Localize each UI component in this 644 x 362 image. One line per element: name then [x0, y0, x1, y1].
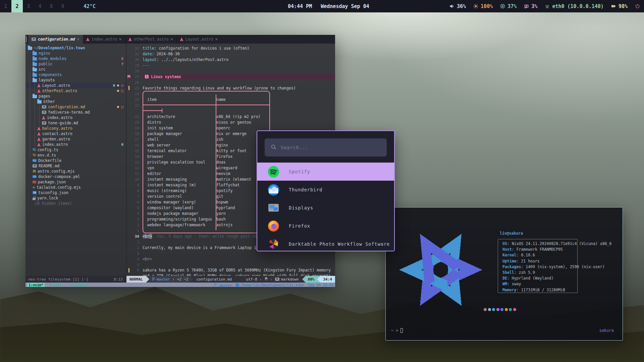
- line-number: 24: [131, 92, 139, 96]
- vim-cursor: >: [150, 234, 152, 239]
- tab-configuration.md[interactable]: Mconfiguration.md×: [28, 35, 83, 44]
- tree-item-yarn.lock[interactable]: yarn.lock: [25, 195, 126, 201]
- line-number: 12: [131, 166, 139, 170]
- launcher-item-Displays[interactable]: Displays: [257, 199, 394, 217]
- tree-item-otherPost.astro[interactable]: otherPost.astro: [25, 88, 126, 94]
- powerline-separator: [190, 276, 193, 283]
- terminal-host-label: sakura: [599, 328, 614, 333]
- chevron-right-icon: ›: [172, 277, 175, 282]
- launcher-item-Darktable Photo Workflow Software[interactable]: Darktable Photo Workflow Software: [257, 235, 394, 251]
- time-value: 04:44 PM: [288, 3, 312, 9]
- markdown-table-row: instant messagingmatrix (element: [143, 176, 270, 182]
- folder-open-icon: [28, 47, 32, 50]
- workspace-4[interactable]: 4: [34, 0, 46, 12]
- tree-item-~/Development/liv.town[interactable]: ~/Development/liv.town: [25, 45, 126, 51]
- fastfetch-field: Kernel: 6.10.6: [502, 252, 611, 258]
- tree-item-configuration.md[interactable]: Mconfiguration.md: [25, 104, 126, 110]
- workspace-1[interactable]: 1: [0, 0, 11, 12]
- astro-icon: [37, 89, 41, 93]
- tree-item-tone-guide.md[interactable]: Mtone-guide.md: [25, 120, 126, 126]
- tmux-window-2:node-[interactable]: 2:node-: [47, 283, 65, 287]
- line-number: 34: [131, 234, 139, 239]
- launcher-item-Thunderbird[interactable]: Thunderbird: [257, 181, 394, 199]
- tree-item-other[interactable]: other: [25, 99, 126, 104]
- tab-otherPost.astro[interactable]: otherPost.astro×: [125, 35, 177, 44]
- tree-item-layouts[interactable]: layouts: [25, 77, 126, 83]
- workspace-9[interactable]: 9: [57, 0, 68, 12]
- md-icon: M: [42, 121, 46, 125]
- js-icon: JS: [33, 170, 36, 173]
- tree-item-index.astro[interactable]: index.astro: [25, 115, 126, 120]
- close-icon[interactable]: ×: [215, 37, 218, 42]
- tree-item-garden.astro[interactable]: garden.astro: [25, 136, 126, 142]
- file-encoding: utf-8: [246, 277, 257, 282]
- tmux-window-3:lazygit[interactable]: 3:lazygit: [68, 283, 90, 287]
- line-number: 28: [131, 69, 139, 73]
- search-box[interactable]: Search...: [265, 138, 387, 157]
- close-icon[interactable]: ×: [119, 37, 121, 42]
- module-network[interactable]: eth0 (10.0.0.140): [545, 3, 604, 9]
- tree-item-public[interactable]: public?: [25, 61, 126, 67]
- tmux-git-segment: master: [214, 283, 232, 287]
- launcher-item-Firefox[interactable]: Firefox: [257, 217, 394, 235]
- tree-item-README.md[interactable]: MREADME.md: [25, 163, 126, 169]
- tree-item-config.ts[interactable]: TSconfig.ts: [25, 147, 126, 153]
- tree-item-tailwind.config.mjs[interactable]: ≈tailwind.config.mjs: [25, 185, 126, 190]
- module-gpu[interactable]: 3%: [524, 3, 537, 9]
- tree-item-contact.astro[interactable]: contact.astro: [25, 131, 126, 136]
- tree-item-Dockerfile[interactable]: Dockerfile: [25, 158, 126, 163]
- line-number: 10: [131, 177, 139, 182]
- tree-item-components[interactable]: components: [25, 72, 126, 77]
- shell-prompt[interactable]: ~ >: [391, 328, 403, 333]
- fastfetch-field: OS: NixOS 24.11.20240828.71e91c4 (Vicuna…: [502, 241, 611, 247]
- close-icon[interactable]: ×: [171, 37, 173, 42]
- tree-item-package.json[interactable]: package.json: [25, 179, 126, 185]
- volume-icon: [449, 4, 454, 9]
- module-power[interactable]: [635, 4, 640, 9]
- tmux-statusbar: 1:nvim*2:node-3:lazygit master /home/liv…: [25, 283, 335, 287]
- astro-icon: [37, 132, 41, 136]
- git-branch-name: master: [157, 277, 170, 282]
- workspace-3[interactable]: 3: [23, 0, 34, 12]
- line-number: 13: [131, 160, 139, 165]
- editor-line: 22: [126, 102, 335, 108]
- tree-item-Layout.astro[interactable]: Layout.astroH: [25, 83, 126, 88]
- module-volume[interactable]: 36%: [449, 3, 466, 9]
- line-number: 18: [131, 131, 139, 136]
- tab-index.astro[interactable]: index.astro×: [83, 35, 125, 44]
- tree-item-docker-compose.yml[interactable]: docker-compose.yml: [25, 174, 126, 179]
- tree-item-astro.config.mjs[interactable]: JSastro.config.mjs: [25, 169, 126, 174]
- line-number: 30: [131, 57, 139, 62]
- tree-item-src[interactable]: src: [25, 67, 126, 72]
- module-cpu[interactable]: 37%: [500, 3, 517, 9]
- editor-line: 21architecturex86_64 (rip m2 pro): [126, 114, 335, 119]
- folder-open-icon: [33, 68, 37, 71]
- tree-item-env.d.ts[interactable]: TSenv.d.ts: [25, 153, 126, 158]
- fastfetch-terminal-window[interactable]: liv@sakura OS: NixOS 24.11.20240828.71e9…: [385, 207, 623, 341]
- tree-item-pages[interactable]: pages: [25, 94, 126, 99]
- tree-item-node_modules[interactable]: node_modulesE: [25, 56, 126, 61]
- tree-item-balcony.astro[interactable]: balcony.astro: [25, 126, 126, 131]
- color-dot: [513, 308, 516, 311]
- git-change-sign: [128, 86, 129, 90]
- close-icon[interactable]: ×: [77, 37, 79, 42]
- module-brightness[interactable]: 100%: [473, 3, 493, 9]
- terminal-color-dots: [484, 308, 516, 311]
- module-temperature: 42°C: [81, 3, 96, 9]
- tree-item-tsconfig.json[interactable]: TStsconfig.json: [25, 190, 126, 195]
- tree-item-fediverse-terms.md[interactable]: Mfediverse-terms.md: [25, 110, 126, 115]
- tree-item-(6 hidden items)[interactable]: (6 hidden items): [25, 201, 126, 206]
- prompt-char: >: [396, 328, 398, 333]
- fastfetch-field: Uptime: 21 hours: [502, 258, 611, 264]
- tree-item-nginx[interactable]: nginx: [25, 51, 126, 56]
- launcher-item-Spotify[interactable]: Spotify: [257, 163, 394, 181]
- search-placeholder: Search...: [281, 145, 308, 150]
- tree-item-index.astro[interactable]: index.astroH: [25, 142, 126, 147]
- neotree-file-explorer[interactable]: ~/Development/liv.townnginxnode_modulesE…: [25, 44, 126, 276]
- workspace-8[interactable]: 8: [46, 0, 57, 12]
- workspace-2[interactable]: 2: [11, 0, 23, 12]
- module-battery[interactable]: 98%: [611, 3, 628, 9]
- tab-Layout.astro[interactable]: Layout.astro×: [177, 35, 221, 44]
- tmux-window-1:nvim*[interactable]: 1:nvim*: [27, 283, 45, 287]
- workspaces: 123489: [0, 0, 68, 12]
